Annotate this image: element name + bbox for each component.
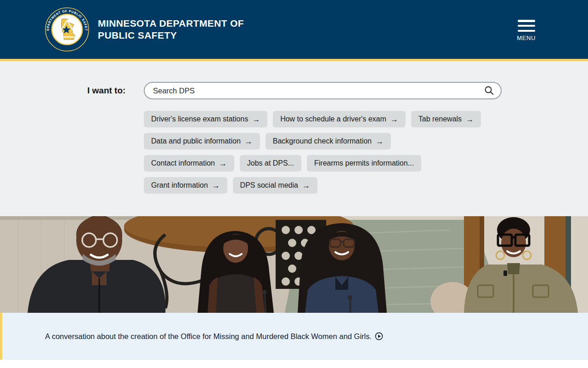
search-box (144, 82, 502, 99)
quick-link-label: Driver's license exam stations (151, 115, 248, 123)
arrow-right-icon: → (302, 182, 310, 190)
arrow-right-icon: → (245, 138, 253, 145)
menu-label: MENU (517, 34, 536, 41)
quick-link-button[interactable]: How to schedule a driver's exam→ (273, 111, 406, 127)
quick-link-label: DPS social media (240, 181, 298, 190)
video-caption-bar: A conversation about the creation of the… (0, 313, 588, 360)
quick-link-row: Grant information→DPS social media→ (144, 177, 588, 194)
quick-link-label: Tab renewals (418, 115, 462, 123)
quick-links: Driver's license exam stations→How to sc… (144, 111, 588, 194)
hero-photo-illustration (0, 216, 588, 313)
quick-link-button[interactable]: Tab renewals→ (411, 111, 481, 127)
quick-link-button[interactable]: Contact information→ (144, 155, 234, 172)
quick-link-row: Driver's license exam stations→How to sc… (144, 111, 588, 127)
arrow-right-icon: → (390, 115, 398, 123)
site-title-line1: MINNESOTA DEPARTMENT OF (98, 17, 244, 29)
video-caption-text: A conversation about the creation of the… (45, 332, 372, 341)
site-header: DEPARTMENT OF PUBLIC SAFETY STATE OF MIN… (0, 0, 588, 59)
arrow-right-icon: → (466, 115, 474, 123)
i-want-to-label: I want to: (87, 86, 132, 96)
quick-link-button[interactable]: Background check information→ (266, 133, 391, 150)
arrow-right-icon: → (212, 182, 220, 190)
arrow-right-icon: → (252, 115, 260, 123)
play-circle-icon (375, 332, 383, 340)
quick-link-label: Data and public information (151, 137, 241, 145)
play-video-button[interactable] (375, 332, 383, 340)
quick-link-button[interactable]: Grant information→ (144, 177, 227, 194)
arrow-right-icon: → (376, 138, 384, 145)
site-title: MINNESOTA DEPARTMENT OF PUBLIC SAFETY (98, 17, 244, 41)
quick-link-button[interactable]: DPS social media→ (233, 177, 317, 194)
quick-link-label: Jobs at DPS... (247, 159, 294, 167)
quick-link-row: Contact information→Jobs at DPS...Firear… (144, 155, 588, 172)
quick-link-label: How to schedule a driver's exam (280, 115, 386, 123)
search-button[interactable] (482, 84, 496, 98)
dps-seal-logo[interactable]: DEPARTMENT OF PUBLIC SAFETY STATE OF MIN… (45, 7, 89, 52)
quick-link-button[interactable]: Driver's license exam stations→ (144, 111, 267, 127)
quick-link-label: Contact information (151, 159, 215, 167)
quick-link-button[interactable]: Jobs at DPS... (240, 155, 301, 172)
quick-link-label: Background check information (273, 137, 372, 145)
quick-link-button[interactable]: Firearms permits information... (307, 155, 421, 172)
menu-button[interactable]: MENU (517, 20, 536, 41)
site-title-line2: PUBLIC SAFETY (98, 29, 244, 41)
quick-link-label: Firearms permits information... (314, 159, 414, 167)
search-input[interactable] (144, 82, 502, 99)
search-icon (484, 85, 495, 96)
quick-link-row: Data and public information→Background c… (144, 133, 588, 150)
search-section: I want to: Driver's license exam station… (0, 61, 588, 216)
quick-link-button[interactable]: Data and public information→ (144, 133, 260, 150)
hero-door-glass (565, 216, 571, 290)
hamburger-icon (518, 20, 535, 32)
quick-link-label: Grant information (151, 181, 208, 190)
hero-image[interactable] (0, 216, 588, 313)
arrow-right-icon: → (219, 160, 227, 167)
